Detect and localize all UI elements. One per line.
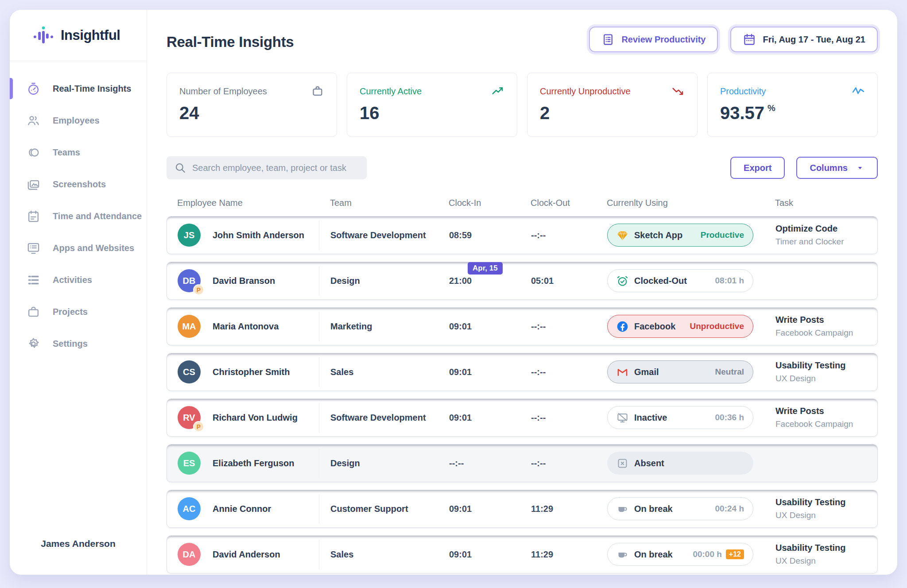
absent-square-x-icon: [616, 457, 628, 469]
clock-in-cell: 21:00Apr, 15: [449, 276, 531, 286]
sidebar-item-projects[interactable]: Projects: [10, 296, 147, 328]
avatar: ES: [178, 452, 201, 475]
search-input[interactable]: [192, 163, 359, 173]
table-row[interactable]: JSJohn Smith AndersonSoftware Developmen…: [167, 216, 878, 254]
clock-out-cell: --:--: [531, 413, 607, 423]
clock-in-cell: 08:59: [449, 230, 531, 240]
columns-button[interactable]: Columns: [796, 157, 878, 179]
table-row[interactable]: DADavid AndersonSales09:0111:29On break0…: [167, 535, 878, 573]
sidebar-item-teams[interactable]: Teams: [10, 136, 147, 168]
column-header-clock-in: Clock-In: [449, 198, 531, 208]
sidebar-item-label: Settings: [53, 339, 88, 349]
status-pill[interactable]: GmailNeutral: [607, 360, 753, 383]
projects-briefcase-icon: [27, 305, 40, 319]
sidebar-item-apps-and-websites[interactable]: Apps and Websites: [10, 232, 147, 264]
status-label: On break: [634, 549, 673, 560]
employees-icon: [27, 114, 40, 128]
overtime-badge: +12: [726, 549, 744, 559]
sidebar-item-label: Activities: [53, 275, 92, 285]
table-body: JSJohn Smith AndersonSoftware Developmen…: [167, 216, 878, 575]
project-badge: P: [193, 421, 204, 432]
status-pill[interactable]: Clocked-Out08:01 h: [607, 269, 753, 292]
sidebar-item-activities[interactable]: Activities: [10, 264, 147, 296]
team-cell: Sales: [330, 367, 449, 377]
table-row[interactable]: RVPRichard Von LudwigSoftware Developmen…: [167, 398, 878, 437]
stats-row: Number of Employees 24 Currently Active …: [167, 73, 878, 137]
table-row[interactable]: DBPDavid BransonDesign21:00Apr, 1505:01C…: [167, 262, 878, 300]
status-pill[interactable]: Sketch AppProductive: [607, 224, 753, 247]
search-icon: [174, 162, 186, 174]
sidebar-item-employees[interactable]: Employees: [10, 104, 147, 136]
trend-up-icon: [491, 85, 504, 98]
employee-name: Christopher Smith: [213, 367, 290, 377]
sidebar-item-screenshots[interactable]: Screenshots: [10, 168, 147, 200]
employee-cell: MAMaria Antonova: [178, 315, 330, 338]
employee-name: Richard Von Ludwig: [213, 413, 298, 423]
status-value: Unproductive: [690, 321, 744, 331]
task-title: Write Posts: [775, 406, 867, 416]
sidebar-item-label: Teams: [53, 147, 80, 158]
status-pill[interactable]: On break00:00 h+12: [607, 543, 753, 566]
stat-label: Number of Employees: [179, 86, 267, 97]
sidebar-item-real-time-insights[interactable]: Real-Time Insights: [10, 73, 147, 104]
task-subtitle: UX Design: [775, 511, 867, 520]
column-header-currently-using: Currenlty Using: [607, 198, 775, 208]
review-productivity-button[interactable]: Review Productivity: [589, 27, 718, 52]
table-row[interactable]: CSChristopher SmithSales09:01--:--GmailN…: [167, 353, 878, 391]
brand-logo[interactable]: Insightful: [10, 10, 147, 61]
column-header-team: Team: [330, 198, 449, 208]
task-cell: Usability TestingUX Design: [775, 360, 867, 383]
current-user-name[interactable]: James Anderson: [10, 538, 147, 575]
search-box[interactable]: [167, 156, 367, 179]
status-pill[interactable]: Inactive00:36 h: [607, 406, 753, 429]
stat-label: Productivity: [720, 86, 766, 97]
status-value: Productive: [701, 230, 744, 240]
column-header-clock-out: Clock-Out: [531, 198, 607, 208]
clipboard-list-icon: [601, 33, 615, 46]
task-title: Usability Testing: [775, 497, 867, 507]
clock-out-cell: 11:29: [531, 504, 607, 514]
employee-cell: RVPRichard Von Ludwig: [178, 406, 330, 429]
export-label: Export: [744, 163, 771, 173]
table-row[interactable]: MAMaria AntonovaMarketing09:01--:--Faceb…: [167, 307, 878, 345]
task-cell: Write PostsFacebook Campaign: [775, 315, 867, 338]
coffee-icon: [616, 549, 628, 561]
date-range-picker[interactable]: Fri, Aug 17 - Tue, Aug 21: [730, 27, 878, 52]
stat-value: 2: [540, 103, 685, 123]
team-cell: Design: [330, 276, 449, 286]
status-value: Neutral: [715, 367, 744, 377]
avatar: CS: [178, 360, 201, 383]
status-label: Gmail: [634, 367, 659, 377]
clock-in-cell: 09:01: [449, 549, 531, 560]
sidebar-nav: Real-Time InsightsEmployeesTeamsScreensh…: [10, 61, 147, 538]
currently-using-cell: Inactive00:36 h: [607, 406, 775, 429]
currently-using-cell: Clocked-Out08:01 h: [607, 269, 775, 292]
status-pill[interactable]: FacebookUnproductive: [607, 315, 753, 338]
table-row[interactable]: ACAnnie ConnorCustomer Support09:0111:29…: [167, 490, 878, 528]
facebook-icon: [616, 321, 628, 333]
project-badge: P: [193, 284, 204, 295]
task-subtitle: Facebook Campaign: [775, 419, 867, 429]
sidebar-item-settings[interactable]: Settings: [10, 328, 147, 360]
employee-cell: ESElizabeth Ferguson: [178, 452, 330, 475]
team-cell: Marketing: [330, 321, 449, 332]
chevron-down-icon: [856, 163, 864, 172]
avatar: AC: [178, 497, 201, 520]
status-pill[interactable]: Absent: [607, 452, 753, 475]
export-button[interactable]: Export: [730, 157, 785, 179]
task-title: Optimize Code: [775, 224, 867, 234]
trend-down-icon: [671, 85, 685, 98]
currently-using-cell: FacebookUnproductive: [607, 315, 775, 338]
sidebar-item-time-and-attendance[interactable]: Time and Attendance: [10, 200, 147, 232]
employee-cell: ACAnnie Connor: [178, 497, 330, 520]
stat-label: Currently Unproductive: [540, 86, 631, 97]
columns-label: Columns: [810, 163, 848, 173]
table-row[interactable]: ESElizabeth FergusonDesign--:----:--Abse…: [167, 444, 878, 482]
currently-using-cell: On break00:00 h+12: [607, 543, 775, 566]
task-cell: Usability TestingUX Design: [775, 543, 867, 566]
clock-in-cell: 09:01: [449, 321, 531, 332]
sidebar: Insightful Real-Time InsightsEmployeesTe…: [10, 10, 147, 575]
sidebar-item-label: Real-Time Insights: [53, 84, 131, 94]
stat-card-employees: Number of Employees 24: [167, 73, 337, 137]
status-pill[interactable]: On break00:24 h: [607, 497, 753, 520]
